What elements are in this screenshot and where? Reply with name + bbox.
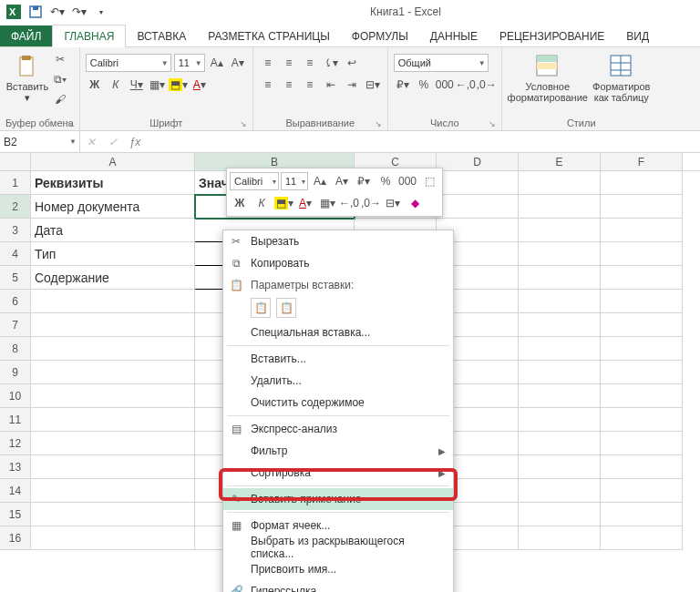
mini-borders[interactable]: ▦▾ xyxy=(317,193,337,213)
ctx-delete[interactable]: Удалить... xyxy=(223,370,453,392)
row-header[interactable]: 9 xyxy=(0,361,31,384)
cancel-formula-button[interactable]: ✕ xyxy=(80,136,102,148)
cell-A3[interactable]: Дата xyxy=(31,219,195,242)
underline-button[interactable]: Ч▾ xyxy=(128,76,146,94)
mini-font-color[interactable]: A▾ xyxy=(295,193,315,213)
formula-input[interactable] xyxy=(146,131,700,152)
font-color-button[interactable]: A▾ xyxy=(190,76,209,94)
ctx-copy[interactable]: ⧉Копировать xyxy=(223,252,453,274)
cell-A1[interactable]: Реквизиты xyxy=(31,171,195,195)
cell-E3[interactable] xyxy=(519,219,601,242)
align-center-button[interactable]: ≡ xyxy=(280,76,298,94)
ctx-sort[interactable]: Сортировка▶ xyxy=(223,462,453,484)
cell-E9[interactable] xyxy=(519,361,601,384)
ctx-pick-from-list[interactable]: Выбрать из раскрывающегося списка... xyxy=(223,536,453,558)
cell-F13[interactable] xyxy=(601,455,683,479)
cell-F15[interactable] xyxy=(601,503,683,526)
cell-F7[interactable] xyxy=(601,313,683,337)
cell-A8[interactable] xyxy=(31,337,195,361)
ctx-paste-special[interactable]: Специальная вставка... xyxy=(223,322,453,343)
decrease-indent-button[interactable]: ⇤ xyxy=(322,76,340,94)
redo-button[interactable]: ↷▾ xyxy=(69,2,89,22)
paste-option-values[interactable]: 📋 xyxy=(276,298,296,318)
number-format-combo[interactable]: Общий▼ xyxy=(394,54,489,72)
row-header[interactable]: 13 xyxy=(0,455,31,479)
cell-E10[interactable] xyxy=(519,384,601,408)
row-header[interactable]: 16 xyxy=(0,526,31,550)
cell-F2[interactable] xyxy=(601,195,683,219)
merge-button[interactable]: ⊟▾ xyxy=(364,76,382,94)
mini-comma[interactable]: 000 xyxy=(397,171,417,191)
ctx-filter[interactable]: Фильтр▶ xyxy=(223,440,453,462)
cell-F10[interactable] xyxy=(601,384,683,408)
ctx-insert-comment[interactable]: ✎Вставить примечание xyxy=(223,488,453,510)
cell-F9[interactable] xyxy=(601,361,683,384)
cell-E14[interactable] xyxy=(519,479,601,503)
align-left-button[interactable]: ≡ xyxy=(259,76,277,94)
conditional-formatting-button[interactable]: Условное форматирование xyxy=(508,50,588,103)
mini-inc-decimal[interactable]: ←,0 xyxy=(339,193,359,213)
mini-accounting-format[interactable]: ₽▾ xyxy=(354,171,374,191)
mini-format-painter[interactable]: ⬚ xyxy=(419,171,439,191)
mini-merge[interactable]: ⊟▾ xyxy=(383,193,403,213)
cell-E5[interactable] xyxy=(519,266,601,290)
fill-color-button[interactable]: ⬒▾ xyxy=(170,76,188,94)
row-header[interactable]: 1 xyxy=(0,171,31,195)
cell-A7[interactable] xyxy=(31,313,195,337)
cell-F8[interactable] xyxy=(601,337,683,361)
cell-E7[interactable] xyxy=(519,313,601,337)
orientation-button[interactable]: ⤹▾ xyxy=(322,54,340,72)
cell-A14[interactable] xyxy=(31,479,195,503)
cell-F3[interactable] xyxy=(601,219,683,242)
align-right-button[interactable]: ≡ xyxy=(301,76,319,94)
row-header[interactable]: 8 xyxy=(0,337,31,361)
increase-indent-button[interactable]: ⇥ xyxy=(343,76,361,94)
cell-E15[interactable] xyxy=(519,503,601,526)
clipboard-dialog-launcher[interactable]: ↘ xyxy=(67,119,74,128)
ctx-define-name[interactable]: Присвоить имя... xyxy=(223,558,453,580)
cell-F5[interactable] xyxy=(601,266,683,290)
cell-F11[interactable] xyxy=(601,408,683,432)
ctx-format-cells[interactable]: ▦Формат ячеек... xyxy=(223,515,453,536)
col-header-D[interactable]: D xyxy=(437,153,519,170)
accounting-format-button[interactable]: ₽▾ xyxy=(394,76,412,94)
ctx-cut[interactable]: ✂Вырезать xyxy=(223,230,453,252)
cell-A10[interactable] xyxy=(31,384,195,408)
col-header-F[interactable]: F xyxy=(601,153,683,170)
mini-clear-format[interactable]: ◆ xyxy=(405,193,425,213)
cell-A16[interactable] xyxy=(31,526,195,550)
percent-format-button[interactable]: % xyxy=(415,76,433,94)
cell-E12[interactable] xyxy=(519,432,601,455)
increase-font-button[interactable]: A▴ xyxy=(208,54,226,72)
cell-E6[interactable] xyxy=(519,290,601,313)
row-header[interactable]: 7 xyxy=(0,313,31,337)
italic-button[interactable]: К xyxy=(107,76,125,94)
cell-E1[interactable] xyxy=(519,171,601,195)
tab-home[interactable]: ГЛАВНАЯ xyxy=(52,25,126,47)
comma-format-button[interactable]: 000 xyxy=(436,76,454,94)
mini-dec-decimal[interactable]: ,0→ xyxy=(361,193,381,213)
paste-option-default[interactable]: 📋 xyxy=(251,298,271,318)
cell-A13[interactable] xyxy=(31,455,195,479)
wrap-text-button[interactable]: ↩ xyxy=(343,54,361,72)
tab-formulas[interactable]: ФОРМУЛЫ xyxy=(341,26,419,46)
row-header[interactable]: 11 xyxy=(0,408,31,432)
borders-button[interactable]: ▦▾ xyxy=(149,76,167,94)
cell-F6[interactable] xyxy=(601,290,683,313)
cell-D1[interactable] xyxy=(437,171,519,195)
cell-F16[interactable] xyxy=(601,526,683,550)
tab-insert[interactable]: ВСТАВКА xyxy=(126,26,197,46)
mini-increase-font[interactable]: A▴ xyxy=(310,171,330,191)
mini-font-name[interactable]: Calibri▾ xyxy=(230,172,279,190)
cell-A2[interactable]: Номер документа xyxy=(31,195,195,219)
cut-button[interactable]: ✂ xyxy=(51,50,69,68)
row-header[interactable]: 2 xyxy=(0,195,31,219)
cell-E16[interactable] xyxy=(519,526,601,550)
cell-A6[interactable] xyxy=(31,290,195,313)
number-dialog-launcher[interactable]: ↘ xyxy=(489,119,496,128)
ctx-insert[interactable]: Вставить... xyxy=(223,348,453,370)
align-bottom-button[interactable]: ≡ xyxy=(301,54,319,72)
decrease-decimal-button[interactable]: ,0→ xyxy=(478,76,496,94)
cell-F14[interactable] xyxy=(601,479,683,503)
row-header[interactable]: 5 xyxy=(0,266,31,290)
